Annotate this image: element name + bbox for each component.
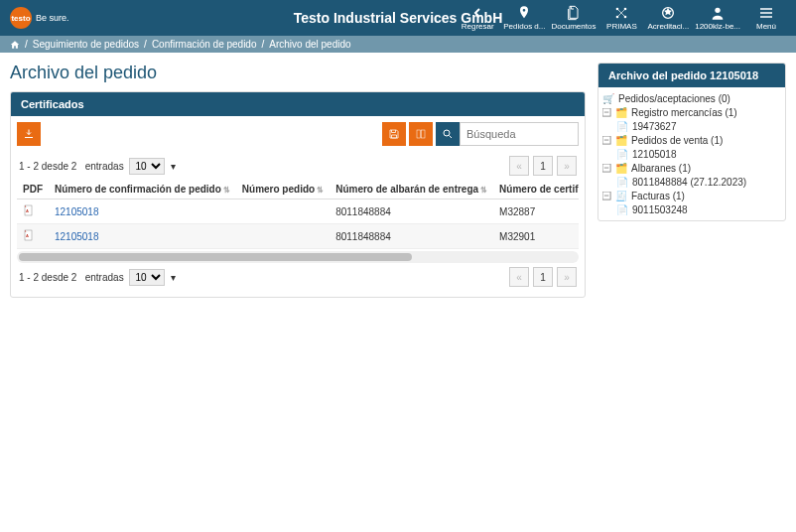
cell-alb: 8011848884 — [330, 224, 493, 249]
order-file-panel: Archivo del pedido 12105018 🛒 Pedidos/ac… — [597, 63, 786, 221]
svg-point-5 — [715, 8, 720, 13]
cell-cert: M32887 — [493, 200, 579, 224]
prev-page[interactable]: « — [509, 267, 529, 287]
tree-label: 9011503248 — [632, 204, 688, 215]
tree-node-registro[interactable]: 🗂️ Registro mercancías (1) — [602, 105, 781, 119]
svg-rect-7 — [422, 130, 426, 138]
entries-dropdown-caret: ▾ — [171, 161, 176, 172]
tree-label: Facturas (1) — [631, 191, 685, 201]
nav-label: PRIMAS — [606, 22, 637, 31]
pager-info: 1 - 2 desde 2 — [19, 272, 76, 283]
svg-text:A: A — [26, 208, 29, 213]
nav-icons: Regresar Pedidos d... Documentos PRIMAS … — [458, 5, 786, 31]
toolbar — [17, 122, 579, 146]
nav-primas[interactable]: PRIMAS — [601, 5, 641, 31]
nav-label: 1200klz-be... — [695, 22, 740, 31]
prev-page[interactable]: « — [509, 156, 529, 176]
nav-label: Documentos — [551, 22, 596, 31]
tree-node-venta[interactable]: 🗂️ Pedidos de venta (1) — [602, 133, 781, 147]
cell-alb: 8011848884 — [330, 200, 493, 224]
home-icon[interactable] — [10, 40, 20, 50]
col-ped[interactable]: Número pedido⇅ — [236, 180, 330, 200]
tree-leaf[interactable]: 📄 12105018 — [602, 147, 781, 161]
nav-user[interactable]: 1200klz-be... — [695, 5, 740, 31]
search-button[interactable] — [436, 122, 460, 146]
pdf-icon: 📄 — [616, 176, 628, 188]
top-bar: testo Be sure. Testo Industrial Services… — [0, 0, 796, 36]
certificates-panel: Certificados — [10, 91, 586, 298]
table-scroll: PDF Número de confirmación de pedido⇅ Nú… — [17, 180, 579, 263]
next-page[interactable]: » — [557, 156, 577, 176]
primas-icon — [613, 5, 629, 21]
download-button[interactable] — [17, 122, 41, 146]
nav-orders[interactable]: Pedidos d... — [503, 5, 545, 31]
download-icon — [23, 128, 35, 140]
breadcrumb: / Seguimiento de pedidos / Confirmación … — [0, 36, 796, 53]
nav-menu[interactable]: Menú — [746, 5, 786, 31]
col-alb[interactable]: Número de albarán de entrega⇅ — [330, 180, 493, 200]
tree-leaf[interactable]: 📄 19473627 — [602, 119, 781, 133]
logo-tagline: Be sure. — [36, 13, 69, 23]
nav-label: Acreditaci... — [647, 22, 689, 31]
folder-icon: 🗂️ — [615, 162, 627, 174]
folder-icon: 🗂️ — [615, 106, 627, 118]
nav-label: Pedidos d... — [503, 22, 545, 31]
conf-link[interactable]: 12105018 — [55, 231, 99, 242]
pin-icon — [516, 5, 532, 21]
svg-rect-6 — [417, 130, 421, 138]
nav-docs[interactable]: Documentos — [551, 5, 596, 31]
pager-top: 1 - 2 desde 2 entradas 10 ▾ « 1 » — [17, 152, 579, 180]
crumb-current: Archivo del pedido — [269, 39, 350, 50]
tree-label: Pedidos de venta (1) — [631, 135, 723, 146]
columns-button[interactable] — [409, 122, 433, 146]
app-title: Testo Industrial Services GmbH — [294, 10, 503, 26]
pdf-icon[interactable]: A — [23, 203, 35, 217]
panel-title: Certificados — [11, 92, 585, 116]
collapse-icon[interactable] — [602, 108, 611, 117]
tree-label: Pedidos/aceptaciones (0) — [618, 93, 730, 104]
conf-link[interactable]: 12105018 — [55, 206, 99, 217]
tree-label: 19473627 — [632, 121, 677, 132]
search-input[interactable] — [460, 122, 579, 146]
col-conf[interactable]: Número de confirmación de pedido⇅ — [49, 180, 236, 200]
entries-select[interactable]: 10 — [129, 269, 165, 286]
cart-icon: 🛒 — [602, 92, 614, 104]
save-button[interactable] — [382, 122, 406, 146]
invoice-icon: 🧾 — [615, 190, 627, 201]
page-number[interactable]: 1 — [533, 156, 553, 176]
col-pdf[interactable]: PDF — [17, 180, 49, 200]
page-number[interactable]: 1 — [533, 267, 553, 287]
certificates-table: PDF Número de confirmación de pedido⇅ Nú… — [17, 180, 579, 249]
tree: 🛒 Pedidos/aceptaciones (0) 🗂️ Registro m… — [598, 87, 785, 220]
crumb-link[interactable]: Seguimiento de pedidos — [33, 39, 139, 50]
tree-leaf[interactable]: 📄 8011848884 (27.12.2023) — [602, 175, 781, 189]
tree-label: Albaranes (1) — [631, 163, 691, 174]
page-title: Archivo del pedido — [10, 63, 586, 83]
collapse-icon[interactable] — [602, 192, 611, 200]
crumb-link[interactable]: Confirmación de pedido — [152, 39, 257, 50]
tree-node-pedidos[interactable]: 🛒 Pedidos/aceptaciones (0) — [602, 91, 781, 105]
tree-leaf[interactable]: 📄 9011503248 — [602, 202, 781, 216]
entries-dropdown-caret: ▾ — [171, 272, 176, 283]
collapse-icon[interactable] — [602, 164, 611, 173]
columns-icon — [415, 128, 427, 140]
pdf-icon[interactable]: A — [23, 228, 35, 242]
panel-title: Archivo del pedido 12105018 — [598, 64, 785, 87]
cell-cert: M32901 — [493, 224, 579, 249]
logo: testo Be sure. — [10, 7, 69, 29]
pager-bottom: 1 - 2 desde 2 entradas 10 ▾ « 1 » — [17, 263, 579, 291]
tree-label: 12105018 — [632, 149, 677, 160]
next-page[interactable]: » — [557, 267, 577, 287]
entries-select[interactable]: 10 — [129, 158, 165, 175]
badge-icon — [660, 5, 676, 21]
col-cert[interactable]: Número de certificado⇅ — [493, 180, 579, 200]
collapse-icon[interactable] — [602, 136, 611, 145]
svg-point-8 — [444, 130, 450, 136]
logo-badge: testo — [10, 7, 32, 29]
nav-accred[interactable]: Acreditaci... — [647, 5, 689, 31]
horizontal-scrollbar[interactable] — [17, 251, 579, 263]
tree-node-facturas[interactable]: 🧾 Facturas (1) — [602, 189, 781, 202]
tree-node-albaranes[interactable]: 🗂️ Albaranes (1) — [602, 161, 781, 175]
folder-icon: 🗂️ — [615, 134, 627, 146]
pdf-icon: 📄 — [616, 203, 628, 215]
